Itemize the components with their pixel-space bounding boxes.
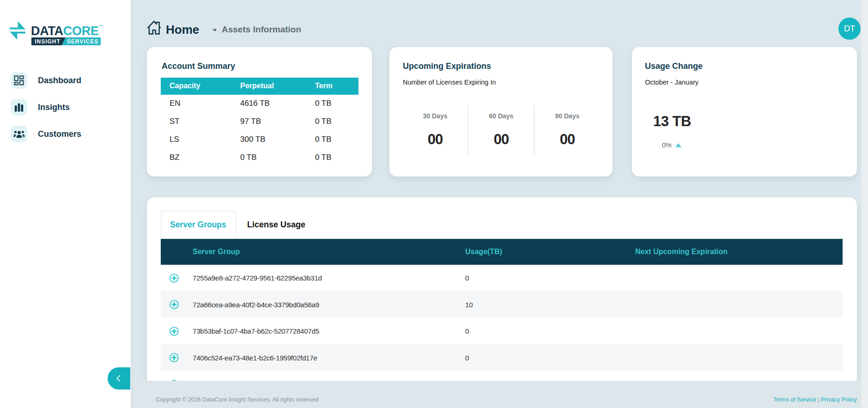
svg-text:SERVICES: SERVICES: [67, 38, 98, 45]
svg-text:INSIGHT: INSIGHT: [35, 38, 61, 45]
